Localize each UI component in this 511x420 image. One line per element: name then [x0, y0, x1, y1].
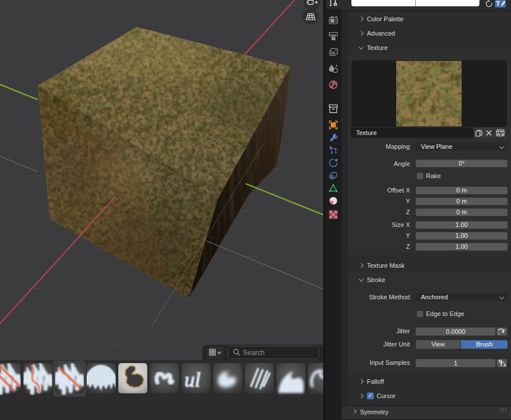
svg-text:ul: ul	[184, 368, 200, 391]
